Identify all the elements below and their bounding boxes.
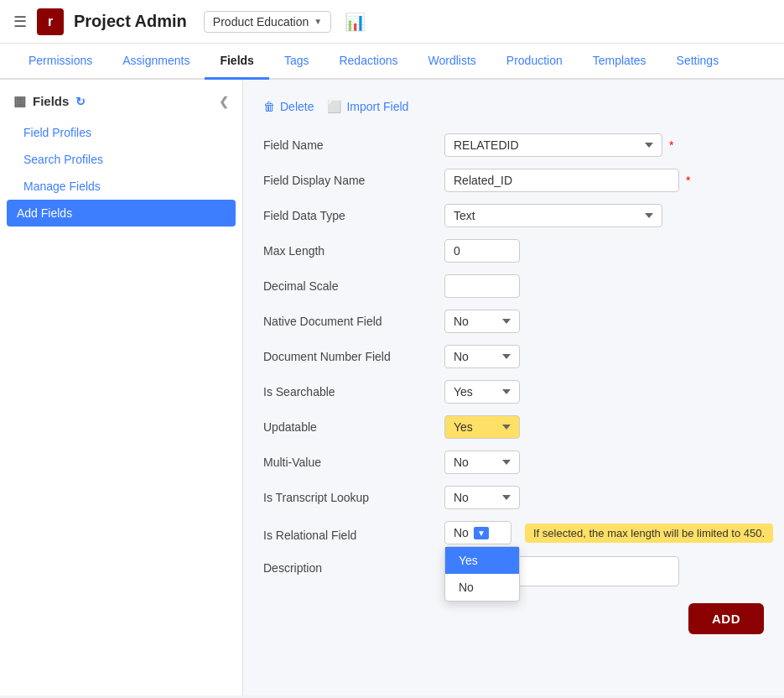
field-name-required: *	[669, 138, 673, 152]
delete-icon: 🗑	[263, 100, 275, 113]
is-searchable-control: Yes	[444, 380, 520, 404]
decimal-scale-control	[444, 274, 520, 298]
is-searchable-select[interactable]: Yes	[444, 380, 520, 404]
native-doc-label: Native Document Field	[263, 310, 431, 328]
topbar: ☰ r Project Admin Product Education ▼ 📊	[0, 0, 784, 44]
relational-label: Is Relational Field	[263, 524, 431, 542]
import-icon: ⬜	[327, 100, 341, 113]
tab-wordlists[interactable]: Wordlists	[413, 44, 491, 80]
native-doc-select[interactable]: No	[444, 310, 520, 333]
fields-table-icon: ▦	[13, 93, 26, 109]
field-display-required: *	[686, 174, 690, 187]
sidebar-item-manage-fields[interactable]: Manage Fields	[0, 173, 242, 200]
refresh-icon[interactable]: ↻	[75, 95, 86, 108]
native-doc-control: No	[444, 310, 520, 333]
doc-number-select[interactable]: No	[444, 345, 520, 368]
sidebar-heading: Fields	[33, 94, 69, 108]
max-length-input[interactable]	[444, 239, 520, 263]
sidebar-item-add-fields[interactable]: Add Fields	[7, 200, 236, 227]
import-field-button[interactable]: ⬜ Import Field	[327, 96, 408, 117]
is-searchable-row: Is Searchable Yes	[263, 380, 764, 404]
transcript-control: No	[444, 486, 520, 509]
doc-number-row: Document Number Field No	[263, 345, 764, 368]
tab-settings[interactable]: Settings	[662, 44, 735, 80]
field-type-select[interactable]: Text	[444, 204, 662, 227]
native-doc-row: Native Document Field No	[263, 310, 764, 333]
max-length-label: Max Length	[263, 239, 431, 258]
updatable-control: Yes	[444, 415, 520, 439]
delete-button[interactable]: 🗑 Delete	[263, 96, 314, 117]
updatable-row: Updatable Yes	[263, 415, 764, 439]
field-name-select[interactable]: RELATEDID	[444, 133, 662, 157]
project-caret-icon: ▼	[314, 17, 322, 26]
field-display-input[interactable]	[444, 169, 679, 192]
relational-dropdown-popup: Yes No	[444, 546, 520, 602]
field-type-row: Field Data Type Text	[263, 204, 764, 227]
sidebar-item-field-profiles[interactable]: Field Profiles	[0, 119, 242, 146]
is-searchable-label: Is Searchable	[263, 380, 431, 398]
menu-icon[interactable]: ☰	[13, 13, 27, 31]
max-length-row: Max Length	[263, 239, 764, 263]
transcript-select[interactable]: No	[444, 486, 520, 509]
nav-tabs: Permissions Assignments Fields Tags Reda…	[0, 44, 784, 80]
updatable-label: Updatable	[263, 415, 431, 434]
action-bar: 🗑 Delete ⬜ Import Field	[263, 96, 764, 117]
tab-permissions[interactable]: Permissions	[13, 44, 107, 80]
field-name-label: Field Name	[263, 133, 431, 152]
add-button[interactable]: ADD	[688, 603, 764, 634]
app-title: Project Admin	[74, 12, 187, 31]
max-length-control	[444, 239, 520, 263]
tab-fields[interactable]: Fields	[205, 44, 268, 80]
content-area: 🗑 Delete ⬜ Import Field Field Name RELAT…	[243, 80, 784, 695]
analytics-icon[interactable]: 📊	[345, 12, 366, 32]
relational-tooltip: If selected, the max length will be limi…	[525, 524, 773, 543]
decimal-scale-row: Decimal Scale	[263, 274, 764, 298]
field-display-label: Field Display Name	[263, 169, 431, 187]
field-display-row: Field Display Name *	[263, 169, 764, 192]
relational-dropdown-trigger[interactable]: No ▼	[444, 521, 511, 544]
main-layout: ▦ Fields ↻ ❮ Field Profiles Search Profi…	[0, 80, 784, 695]
relational-caret-icon: ▼	[474, 527, 489, 539]
add-field-form: Field Name RELATEDID * Field Display Nam…	[263, 133, 764, 634]
relational-select-wrap: No ▼ Yes No	[444, 521, 511, 544]
sidebar-item-search-profiles[interactable]: Search Profiles	[0, 146, 242, 173]
updatable-select[interactable]: Yes	[444, 415, 520, 439]
transcript-label: Is Transcript Lookup	[263, 486, 431, 504]
relational-row: Is Relational Field No ▼ Yes No If sel	[263, 521, 764, 544]
sidebar-collapse-icon[interactable]: ❮	[219, 95, 229, 108]
project-name: Product Education	[213, 15, 309, 29]
field-display-control: *	[444, 169, 690, 192]
decimal-scale-input[interactable]	[444, 274, 520, 298]
sidebar: ▦ Fields ↻ ❮ Field Profiles Search Profi…	[0, 80, 243, 695]
tab-templates[interactable]: Templates	[578, 44, 662, 80]
relational-control: No ▼ Yes No If selected, the max length …	[444, 521, 773, 544]
tab-production[interactable]: Production	[491, 44, 578, 80]
multi-value-row: Multi-Value No	[263, 451, 764, 474]
decimal-scale-label: Decimal Scale	[263, 274, 431, 293]
field-type-control: Text	[444, 204, 662, 227]
field-name-control: RELATEDID *	[444, 133, 673, 157]
tab-assignments[interactable]: Assignments	[107, 44, 205, 80]
project-selector[interactable]: Product Education ▼	[204, 11, 331, 33]
doc-number-label: Document Number Field	[263, 345, 431, 363]
multi-value-control: No	[444, 451, 520, 474]
description-label: Description	[263, 556, 431, 575]
multi-value-label: Multi-Value	[263, 451, 431, 469]
relational-current-value: No	[454, 526, 469, 539]
dropdown-option-no[interactable]: No	[445, 574, 519, 601]
transcript-row: Is Transcript Lookup No	[263, 486, 764, 509]
field-name-row: Field Name RELATEDID *	[263, 133, 764, 157]
app-logo: r	[37, 8, 64, 35]
doc-number-control: No	[444, 345, 520, 368]
tab-tags[interactable]: Tags	[269, 44, 325, 80]
field-type-label: Field Data Type	[263, 204, 431, 222]
sidebar-header: ▦ Fields ↻ ❮	[0, 93, 242, 119]
multi-value-select[interactable]: No	[444, 451, 520, 474]
tab-redactions[interactable]: Redactions	[324, 44, 413, 80]
dropdown-option-yes[interactable]: Yes	[445, 547, 519, 574]
add-btn-wrap: ADD	[263, 603, 764, 634]
